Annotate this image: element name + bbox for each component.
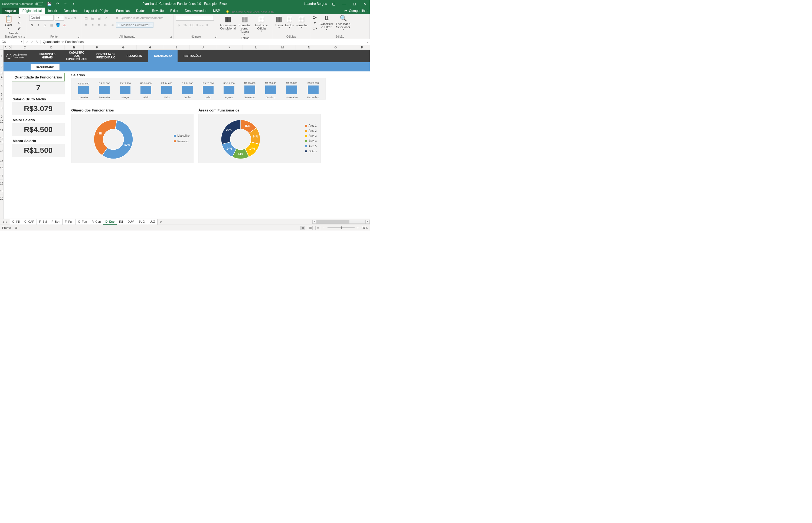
wrap-text-icon[interactable]: ≡ [114,15,120,21]
row-header[interactable]: 2 [0,62,3,71]
align-bottom-icon[interactable]: ⬓ [96,15,102,21]
redo-icon[interactable]: ↷ [63,2,68,6]
horizontal-scrollbar[interactable]: ◄ ► [312,220,370,224]
sheet-tab[interactable]: D_Esc [103,219,117,224]
insert-cells-button[interactable]: ▦Inserir▾ [275,15,283,29]
row-header[interactable]: 19 [0,187,3,195]
scroll-right-icon[interactable]: ► [366,220,370,224]
nav-consulta[interactable]: CONSULTA DE FUNCIONÁRIO [91,50,121,62]
tab-file[interactable]: Arquivo [2,7,19,14]
column-header[interactable]: D [38,45,65,50]
merge-center-button[interactable]: ⊞Mesclar e Centralizar▾ [116,22,154,28]
increase-decimal-icon[interactable]: .0→ [195,22,201,28]
user-name[interactable]: Leandro Borges [304,2,327,6]
row-header[interactable]: 12 [0,137,3,140]
zoom-level[interactable]: 90% [361,226,368,230]
column-header[interactable]: F [84,45,110,50]
zoom-out-icon[interactable]: − [323,226,324,230]
page-layout-view-icon[interactable]: ▥ [308,226,313,230]
name-box[interactable]: C4▾ [0,39,24,44]
sheet-tab[interactable]: SUG [136,219,147,224]
number-format-select[interactable] [176,15,214,21]
enter-formula-icon[interactable]: ✓ [31,40,34,44]
row-header[interactable]: 5 [0,79,3,92]
tab-view[interactable]: Exibir [167,7,182,14]
row-header[interactable]: 20 [0,195,3,202]
sheet-tab[interactable]: F_Ben [49,219,63,224]
add-sheet-button[interactable]: ⊕ [157,219,164,224]
save-icon[interactable]: 💾 [47,2,51,6]
qat-customize-icon[interactable]: ▾ [71,2,76,6]
borders-icon[interactable]: ▦ [49,22,54,28]
sheet-tab[interactable]: F_Fun [62,219,76,224]
launcher-icon[interactable]: ◢ [23,35,25,38]
fx-icon[interactable]: fx [36,40,38,44]
decrease-decimal-icon[interactable]: ←.0 [202,22,207,28]
font-size-select[interactable] [55,15,64,21]
fill-color-icon[interactable]: 🪣 [55,22,60,28]
align-right-icon[interactable]: ≡ [96,22,102,28]
row-header[interactable]: 16 [0,164,3,172]
tab-draw[interactable]: Desenhar [60,7,81,14]
row-header[interactable]: 6 [0,92,3,97]
font-color-icon[interactable]: A [62,22,67,28]
underline-icon[interactable]: S [42,22,48,28]
bold-icon[interactable]: N [29,22,35,28]
column-header[interactable]: H [137,45,163,50]
column-header[interactable]: C [12,45,38,50]
format-cells-button[interactable]: ▦Formatar▾ [296,15,308,29]
ribbon-display-icon[interactable]: ▢ [330,1,337,6]
row-header[interactable]: 4 [0,75,3,79]
row-header[interactable]: 1 [0,50,3,62]
paste-button[interactable]: 📋 Colar ▾ [2,15,15,30]
launcher-icon[interactable]: ◢ [170,35,172,38]
tab-data[interactable]: Dados [133,7,149,14]
zoom-slider[interactable] [328,227,355,228]
nav-relatorio[interactable]: RELATÓRIO [121,50,148,62]
delete-cells-button[interactable]: ▦Excluir▾ [285,15,294,29]
fill-icon[interactable]: ▾ [312,21,317,25]
close-icon[interactable]: ✕ [361,1,368,6]
row-header[interactable]: 18 [0,180,3,187]
dashboard-subtab[interactable]: DASHBOARD [31,64,59,70]
clear-icon[interactable]: ◇▾ [312,26,317,30]
formula-input[interactable]: Quantidade de Funcionários [41,39,365,44]
format-as-table-button[interactable]: ▦Formatar como Tabela▾ [237,15,252,36]
expand-formula-bar-icon[interactable]: ⌄ [365,40,370,43]
find-select-button[interactable]: 🔍Localizar e Selecionar▾ [336,15,351,31]
column-header[interactable]: G [110,45,137,50]
share-icon[interactable]: ➦ [344,8,347,13]
scroll-left-icon[interactable]: ◄ [312,220,317,224]
sheet-tab[interactable]: R_Con [89,219,103,224]
row-header[interactable]: 11 [0,124,3,137]
align-center-icon[interactable]: ≡ [90,22,95,28]
minimize-icon[interactable]: — [340,1,348,6]
copy-icon[interactable]: ⎘ [17,21,22,25]
increase-indent-icon[interactable]: ⇥ [109,22,115,28]
sheet-nav-next-icon[interactable]: ► [5,220,8,223]
column-header[interactable]: P [349,45,370,50]
column-header[interactable]: N [296,45,322,50]
nav-premissas[interactable]: PREMISSAS GERAIS [33,50,62,62]
tab-developer[interactable]: Desenvolvedor [182,7,210,14]
sheet-tab[interactable]: C_Fun [75,219,89,224]
align-left-icon[interactable]: ≡ [83,22,89,28]
nav-instrucoes[interactable]: INSTRUÇÕES [178,50,207,62]
column-header[interactable]: B [8,45,12,50]
tab-formulas[interactable]: Fórmulas [113,7,133,14]
sheet-tab[interactable]: DUV [125,219,136,224]
row-header[interactable]: 15 [0,157,3,164]
conditional-formatting-button[interactable]: ▦Formatação Condicional▾ [220,15,235,33]
undo-icon[interactable]: ↶ [55,2,59,6]
normal-view-icon[interactable]: ▦ [300,226,305,230]
row-header[interactable]: 14 [0,144,3,157]
column-header[interactable]: L [243,45,269,50]
font-name-select[interactable] [29,15,54,21]
tab-insert[interactable]: Inserir [45,7,60,14]
row-header[interactable]: 7 [0,97,3,102]
macro-record-icon[interactable]: ▦ [15,226,17,230]
grow-font-icon[interactable]: A▲ [65,15,70,21]
row-header[interactable]: 13 [0,140,3,144]
share-button[interactable]: Compartilhar [349,9,368,13]
shrink-font-icon[interactable]: A▼ [71,15,77,21]
